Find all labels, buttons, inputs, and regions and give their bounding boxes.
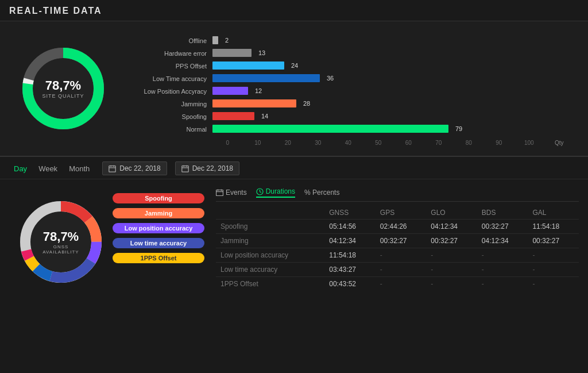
gnss-donut-wrap: 78,7% GNSS AVAILABILITY bbox=[9, 193, 113, 291]
tab-percents[interactable]: % Percents bbox=[304, 189, 339, 197]
table-cell: 05:14:56 bbox=[324, 220, 376, 234]
bar-fill bbox=[212, 87, 248, 95]
table-cell: - bbox=[477, 263, 528, 277]
bar-row: Hardware error13 bbox=[132, 49, 577, 58]
bar-row: Normal79 bbox=[132, 125, 577, 134]
site-quality-pct: 78,7% bbox=[42, 78, 84, 93]
percents-label: % Percents bbox=[304, 189, 339, 197]
table-cell: - bbox=[376, 248, 427, 263]
bar-label: Low Time accuracy bbox=[132, 75, 212, 82]
top-panel: 78,7% SITE QUALITY Offline2Hardware erro… bbox=[0, 21, 588, 156]
bar-label: Low Position Accyracy bbox=[132, 88, 212, 95]
calendar-icon-1 bbox=[109, 165, 116, 172]
gnss-data-table-wrap: Events Durations % Percents GNSS GPS bbox=[204, 187, 579, 291]
table-cell: Jamming bbox=[216, 234, 324, 248]
table-cell: - bbox=[528, 277, 579, 291]
time-controls: Day Week Month Dec 22, 2018 Dec 22, 2018 bbox=[0, 157, 588, 179]
table-row: Low position accuracy11:54:18---- bbox=[216, 248, 579, 263]
gnss-legend: Spoofing Jamming Low position accuracy L… bbox=[113, 187, 204, 291]
bar-fill bbox=[212, 49, 252, 57]
bar-value: 14 bbox=[261, 112, 268, 120]
table-cell: 03:43:27 bbox=[324, 263, 376, 277]
col-category bbox=[216, 206, 324, 220]
bar-container: 2 bbox=[212, 36, 577, 45]
table-cell: 00:32:27 bbox=[426, 234, 477, 248]
table-cell: - bbox=[528, 263, 579, 277]
table-cell: 00:43:52 bbox=[324, 277, 376, 291]
table-cell: - bbox=[426, 248, 477, 263]
bar-fill bbox=[212, 74, 320, 82]
bar-container: 79 bbox=[212, 125, 577, 134]
col-gnss: GNSS bbox=[324, 206, 376, 220]
bar-container: 14 bbox=[212, 112, 577, 121]
bar-row: PPS Offset24 bbox=[132, 61, 577, 71]
tab-durations[interactable]: Durations bbox=[256, 187, 295, 198]
bar-fill bbox=[212, 99, 296, 107]
bar-row: Spoofing14 bbox=[132, 112, 577, 121]
calendar-icon-2 bbox=[181, 165, 189, 172]
calendar-small-icon bbox=[216, 189, 223, 197]
svg-line-27 bbox=[260, 191, 261, 193]
col-gal: GAL bbox=[528, 206, 579, 220]
bar-row: Offline2 bbox=[132, 36, 577, 45]
bar-label: Jamming bbox=[132, 101, 212, 107]
table-cell: Spoofing bbox=[216, 220, 324, 234]
tab-day[interactable]: Day bbox=[9, 162, 32, 175]
bar-label: Hardware error bbox=[132, 50, 212, 57]
date-value-2: Dec 22, 2018 bbox=[192, 164, 233, 172]
table-cell: 04:12:34 bbox=[324, 234, 376, 248]
bar-container: 13 bbox=[212, 49, 577, 58]
legend-jamming: Jamming bbox=[113, 208, 204, 218]
bar-value: 2 bbox=[225, 36, 229, 44]
legend-spoofing: Spoofing bbox=[113, 193, 204, 203]
table-cell: 04:12:34 bbox=[477, 234, 528, 248]
table-cell: 1PPS Offset bbox=[216, 277, 324, 291]
table-cell: Low position accuracy bbox=[216, 248, 324, 263]
date-picker-2[interactable]: Dec 22, 2018 bbox=[175, 161, 239, 175]
bar-row: Low Time accuracy36 bbox=[132, 74, 577, 83]
table-cell: 02:44:26 bbox=[376, 220, 427, 234]
tab-week[interactable]: Week bbox=[34, 162, 62, 175]
x-axis: 0 10 20 30 40 50 60 70 80 90 100 Qty bbox=[212, 137, 577, 146]
date-value-1: Dec 22, 2018 bbox=[119, 164, 160, 172]
bar-label: Spoofing bbox=[132, 113, 212, 120]
svg-rect-8 bbox=[181, 166, 188, 172]
svg-rect-4 bbox=[109, 166, 115, 172]
bar-value: 24 bbox=[291, 61, 298, 70]
durations-label: Durations bbox=[266, 187, 295, 195]
gnss-sub: GNSS AVAILABILITY bbox=[35, 244, 87, 255]
date-picker-1[interactable]: Dec 22, 2018 bbox=[102, 161, 167, 175]
clock-icon bbox=[256, 188, 264, 195]
tab-month[interactable]: Month bbox=[64, 162, 94, 175]
bar-fill bbox=[212, 125, 448, 133]
gnss-pct: 78,7% bbox=[35, 229, 87, 244]
table-cell: - bbox=[376, 277, 427, 291]
table-cell: - bbox=[426, 277, 477, 291]
bar-row: Jamming28 bbox=[132, 99, 577, 109]
bar-container: 36 bbox=[212, 74, 577, 83]
table-cell: - bbox=[528, 248, 579, 263]
bar-value: 28 bbox=[303, 99, 310, 107]
table-cell: - bbox=[477, 248, 528, 263]
table-cell: 00:32:27 bbox=[528, 234, 579, 248]
page-title: REAL-TIME DATA bbox=[0, 0, 588, 21]
table-row: Low time accuracy03:43:27---- bbox=[216, 263, 579, 277]
table-cell: Low time accuracy bbox=[216, 263, 324, 277]
col-gps: GPS bbox=[376, 206, 427, 220]
gnss-donut-label: 78,7% GNSS AVAILABILITY bbox=[35, 229, 87, 255]
legend-low-pos: Low position accuracy bbox=[113, 223, 204, 233]
svg-rect-21 bbox=[216, 190, 223, 195]
bar-row: Low Position Accyracy12 bbox=[132, 87, 577, 96]
table-cell: - bbox=[376, 263, 427, 277]
table-row: Spoofing05:14:5602:44:2604:12:3400:32:27… bbox=[216, 220, 579, 234]
table-cell: - bbox=[426, 263, 477, 277]
bar-fill bbox=[212, 112, 254, 120]
events-label: Events bbox=[226, 189, 247, 197]
bar-value: 79 bbox=[455, 125, 462, 133]
data-table: GNSS GPS GLO BDS GAL Spoofing05:14:5602:… bbox=[216, 206, 579, 291]
col-glo: GLO bbox=[426, 206, 477, 220]
bottom-panel: 78,7% GNSS AVAILABILITY Spoofing Jamming… bbox=[0, 179, 588, 297]
tab-events[interactable]: Events bbox=[216, 189, 247, 197]
bar-chart: Offline2Hardware error13PPS Offset24Low … bbox=[115, 32, 577, 146]
bar-container: 28 bbox=[212, 99, 577, 109]
